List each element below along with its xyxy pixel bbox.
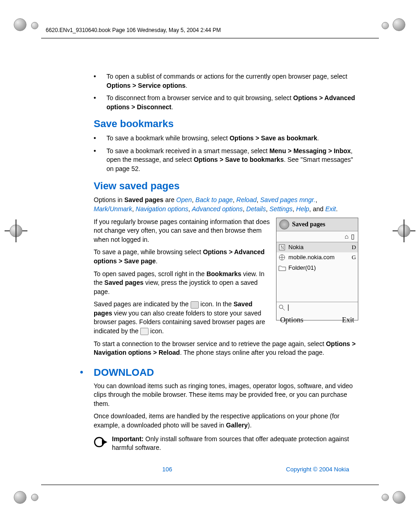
crop-mark-small [382,22,389,29]
text: To open a sublist of commands or actions… [106,73,347,80]
rule-line [41,38,379,38]
phone-softkeys: Options Exit [276,313,358,327]
phone-row-label: Folder(01) [288,264,316,272]
saved-page-icon [278,254,287,261]
text: . [186,82,187,89]
bullet-icon: • [80,366,94,380]
folder-icon [278,264,287,272]
option-link: Help [296,205,309,213]
option-link: Mark/Unmark [94,205,132,213]
text: To save a page, while browsing select [94,248,203,256]
important-label: Important: [112,435,144,443]
text: Once downloaded, items are handled by th… [94,412,340,429]
text: icon. In the [199,300,234,308]
paragraph: You can download items such as ringing t… [94,382,358,409]
text: To save a bookmark received in a smart m… [106,147,269,155]
text: icon. [149,327,164,335]
page-content: • To open a sublist of commands or actio… [43,40,377,471]
crop-mark [14,491,27,505]
crop-mark [393,219,415,242]
crop-mark [393,18,406,32]
crop-mark [5,219,27,242]
svg-point-3 [279,305,283,309]
list-item: • To save a bookmark while browsing, sel… [94,134,358,143]
search-icon [278,304,286,311]
phone-row-label: mobile.nokia.com [288,253,335,262]
copyright: Copyright © 2004 Nokia [286,465,349,474]
heading-text: DOWNLOAD [94,366,154,380]
phone-titlebar: Saved pages [276,218,358,231]
option-link: Details [246,205,266,213]
crop-mark-small [382,494,389,501]
text: To start a connection to the browser ser… [94,340,326,347]
list-item-text: To save a bookmark while browsing, selec… [106,134,358,143]
bold-text: Options > Save to bookmarks [194,156,284,163]
crop-mark [393,491,406,505]
bullet-icon: • [94,134,106,143]
text: . [156,257,158,265]
text: . [317,134,319,142]
options-line: Options in Saved pages are Open, Back to… [94,196,358,213]
phone-search-bar: | [276,302,358,313]
phone-row-badge: D [352,243,356,251]
softkey-left: Options [280,315,303,325]
heading-save-bookmarks: Save bookmarks [94,117,358,131]
phone-list-item: Folder(01) [276,263,358,273]
svg-text:N: N [281,245,284,250]
text: ). [248,422,252,429]
page-number: 106 [162,465,172,474]
important-note: Important: Only install software from so… [94,435,358,453]
text: . The phone stays online after you reloa… [180,349,324,356]
important-icon [94,435,108,449]
phone-list-item: mobile.nokia.com G [276,252,358,262]
option-link: Saved pages mngr. [260,196,315,203]
text: , and [309,205,325,213]
option-link: Advanced options [192,205,243,213]
paragraph: To start a connection to the browser ser… [94,340,358,358]
text: To disconnect from a browser service and… [106,94,293,101]
running-head: 6620.ENv1_9310640.book Page 106 Wednesda… [46,27,221,34]
phone-list: N Nokia D mobile.nokia.com G [276,242,358,302]
option-link: Settings [269,205,292,213]
option-link: Back to page [196,196,233,203]
page-footer: 106 Copyright © 2004 Nokia [43,465,377,474]
bold-text: Saved pages [124,196,164,203]
bold-text: Options > Save as bookmark [229,134,317,142]
phone-title: Saved pages [292,220,325,229]
text: To save a bookmark while browsing, selec… [106,134,229,142]
softkey-right: Exit [342,315,354,325]
list-item-text: To open a sublist of commands or actions… [106,72,358,90]
bookmark-icon: N [278,244,287,251]
text: Options in [94,196,124,203]
svg-line-4 [282,308,285,310]
rule-line [41,485,379,485]
text: Only install software from sources that … [112,435,349,452]
phone-status-bar: ⌂ ▯ [276,231,358,243]
bullet-icon: • [94,94,106,112]
bold-text: Options > Service options [106,82,186,89]
crop-mark-small [31,494,38,501]
phone-row-label: Nokia [288,243,303,251]
option-link: Open [176,196,192,203]
important-text: Important: Only install software from so… [112,435,358,453]
bold-text: Saved pages [104,279,144,286]
crop-mark [14,18,27,32]
text: To open saved pages, scroll right in the [94,270,207,278]
folder-icon [140,328,149,335]
text: . [171,103,173,111]
option-link: Exit [325,205,336,213]
saved-page-icon [191,301,199,309]
paragraph: Once downloaded, items are handled by th… [94,412,358,430]
text: are [164,196,176,203]
list-item-text: To disconnect from a browser service and… [106,94,358,112]
bold-text: Menu > Messaging > Inbox [269,147,351,155]
phone-row-badge: G [352,253,356,262]
list-item: • To disconnect from a browser service a… [94,94,358,112]
list-item: • To open a sublist of commands or actio… [94,72,358,90]
list-item: • To save a bookmark received in a smart… [94,147,358,174]
heading-view-saved-pages: View saved pages [94,179,358,193]
bold-text: Gallery [226,422,248,429]
phone-screenshot: Saved pages ⌂ ▯ N Nokia D [276,218,358,320]
option-link: Reload [236,196,256,203]
bullet-icon: • [94,72,106,90]
